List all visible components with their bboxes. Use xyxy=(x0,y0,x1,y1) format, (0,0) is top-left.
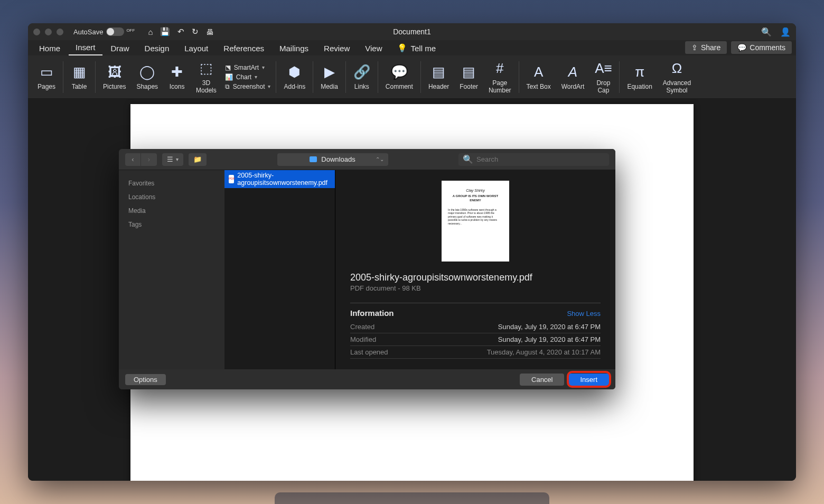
ribbon-tabs: Home Insert Draw Design Layout Reference… xyxy=(28,40,796,55)
sidebar-tags[interactable]: Tags xyxy=(119,218,224,231)
autosave-toggle[interactable]: AutoSave OFF xyxy=(73,27,136,36)
account-icon[interactable]: 👤 xyxy=(780,27,791,37)
equation-button[interactable]: πEquation xyxy=(622,64,657,90)
tab-references[interactable]: References xyxy=(217,41,271,55)
columns-icon: ☰ xyxy=(167,155,173,163)
tab-draw[interactable]: Draw xyxy=(104,41,136,55)
options-button[interactable]: Options xyxy=(125,374,166,385)
footer-button[interactable]: ▤Footer xyxy=(454,64,483,90)
preview-pane: Clay Shirky A GROUP IS ITS OWN WORST ENE… xyxy=(335,170,615,369)
close-window-button[interactable] xyxy=(33,29,40,35)
pictures-label: Pictures xyxy=(103,83,126,90)
pagenum-button[interactable]: #Page Number xyxy=(483,60,517,94)
share-icon: ⇪ xyxy=(691,43,698,52)
pages-icon: ▭ xyxy=(38,64,55,81)
links-label: Links xyxy=(354,83,369,90)
tab-design[interactable]: Design xyxy=(138,41,176,55)
symbol-button[interactable]: ΩAdvanced Symbol xyxy=(658,60,696,94)
tab-review[interactable]: Review xyxy=(317,41,357,55)
wordart-button[interactable]: AWordArt xyxy=(556,64,590,90)
search-glass-icon: 🔍 xyxy=(463,154,473,164)
save-icon[interactable]: 💾 xyxy=(160,27,170,36)
info-opened-label: Last opened xyxy=(350,348,388,356)
search-input[interactable] xyxy=(476,155,605,163)
cube-icon: ⬚ xyxy=(198,60,214,77)
smartart-icon: ⬔ xyxy=(225,64,231,71)
quick-access-toolbar: ⌂ 💾 ↶ ↻ 🖶 xyxy=(148,27,214,36)
redo-icon[interactable]: ↻ xyxy=(192,27,199,36)
pictures-icon: 🖼 xyxy=(106,64,123,81)
header-button[interactable]: ▤Header xyxy=(423,64,454,90)
home-icon[interactable]: ⌂ xyxy=(148,27,153,36)
view-mode-button[interactable]: ☰▾ xyxy=(162,153,183,166)
footer-icon: ▤ xyxy=(461,64,477,81)
addins-icon: ⬢ xyxy=(286,64,303,81)
textbox-icon: A xyxy=(530,64,547,81)
tell-me-search[interactable]: 💡 Tell me xyxy=(390,41,443,55)
textbox-label: Text Box xyxy=(527,83,551,90)
models3d-button[interactable]: ⬚3D Models xyxy=(191,60,222,94)
comments-label: Comments xyxy=(750,43,785,52)
textbox-button[interactable]: AText Box xyxy=(521,64,556,90)
macos-dock[interactable] xyxy=(275,492,549,504)
screenshot-icon: ⧉ xyxy=(225,83,230,90)
icons-button[interactable]: ✚Icons xyxy=(163,64,191,90)
tab-insert[interactable]: Insert xyxy=(69,40,102,55)
table-button[interactable]: ▦Table xyxy=(65,64,93,90)
file-open-dialog: ‹ › ☰▾ 📁 Downloads ⌃⌄ 🔍 Favorites Locati… xyxy=(119,149,615,389)
document-title: Document1 xyxy=(28,27,796,36)
preview-filename: 2005-shirky-agroupisitsownworstenemy.pdf xyxy=(350,272,601,283)
show-less-link[interactable]: Show Less xyxy=(567,310,601,318)
undo-icon[interactable]: ↶ xyxy=(177,27,184,36)
comment-button[interactable]: 💬Comment xyxy=(380,64,418,90)
chart-icon: 📊 xyxy=(225,73,233,81)
comment-bubble-icon: 💬 xyxy=(391,64,408,81)
nav-forward-button[interactable]: › xyxy=(141,153,157,166)
thumb-author: Clay Shirky xyxy=(448,188,503,193)
minimize-window-button[interactable] xyxy=(45,29,52,35)
nav-back-button[interactable]: ‹ xyxy=(125,153,141,166)
tab-home[interactable]: Home xyxy=(32,41,67,55)
chart-label: Chart xyxy=(236,73,251,81)
wordart-icon: A xyxy=(565,64,582,81)
dropcap-button[interactable]: A≡Drop Cap xyxy=(589,60,617,94)
media-label: Media xyxy=(321,83,338,90)
smartart-label: SmartArt xyxy=(234,64,259,71)
share-button[interactable]: ⇪ Share xyxy=(685,41,727,54)
location-popup[interactable]: Downloads ⌃⌄ xyxy=(277,153,388,166)
autosave-label: AutoSave xyxy=(73,28,103,36)
pictures-button[interactable]: 🖼Pictures xyxy=(98,64,131,90)
toggle-icon xyxy=(106,27,124,36)
tab-view[interactable]: View xyxy=(358,41,389,55)
shapes-button[interactable]: ◯Shapes xyxy=(131,64,163,90)
zoom-window-button[interactable] xyxy=(57,29,63,35)
sidebar-media[interactable]: Media xyxy=(119,204,224,218)
insert-button[interactable]: Insert xyxy=(568,374,609,386)
cancel-button[interactable]: Cancel xyxy=(520,374,564,386)
smartart-button[interactable]: ⬔SmartArt▾ xyxy=(225,64,271,71)
links-button[interactable]: 🔗Links xyxy=(348,64,376,90)
window-controls xyxy=(33,29,63,35)
file-row-selected[interactable]: 2005-shirky-agroupisitsownworstenemy.pdf xyxy=(224,170,335,188)
search-field[interactable]: 🔍 xyxy=(458,153,609,166)
pdf-file-icon xyxy=(229,175,234,183)
sidebar-favorites[interactable]: Favorites xyxy=(119,176,224,190)
location-label: Downloads xyxy=(321,155,355,163)
search-icon[interactable]: 🔍 xyxy=(761,27,772,37)
group-button[interactable]: 📁 xyxy=(189,153,207,166)
print-icon[interactable]: 🖶 xyxy=(206,27,214,36)
media-button[interactable]: ▶Media xyxy=(315,64,343,90)
thumb-title: A GROUP IS ITS OWN WORST ENEMY xyxy=(448,194,503,203)
tab-layout[interactable]: Layout xyxy=(177,41,215,55)
tab-mailings[interactable]: Mailings xyxy=(273,41,315,55)
screenshot-button[interactable]: ⧉Screenshot▾ xyxy=(225,83,271,90)
pagenum-icon: # xyxy=(491,60,508,77)
media-icon: ▶ xyxy=(321,64,338,81)
preview-thumbnail: Clay Shirky A GROUP IS ITS OWN WORST ENE… xyxy=(442,181,509,262)
comments-button[interactable]: 💬 Comments xyxy=(731,41,792,54)
sidebar-locations[interactable]: Locations xyxy=(119,190,224,204)
file-row-name: 2005-shirky-agroupisitsownworstenemy.pdf xyxy=(237,172,331,186)
pages-button[interactable]: ▭Pages xyxy=(32,64,61,90)
addins-button[interactable]: ⬢Add-ins xyxy=(278,64,311,90)
chart-button[interactable]: 📊Chart▾ xyxy=(225,73,271,81)
